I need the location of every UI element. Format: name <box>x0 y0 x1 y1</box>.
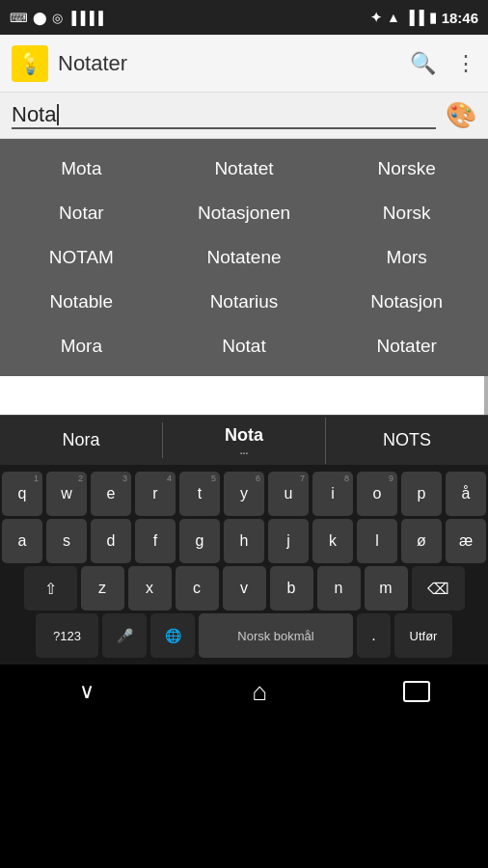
key-x[interactable]: x <box>128 566 172 610</box>
autocomplete-item[interactable]: Notasjonen <box>163 193 326 233</box>
key-a[interactable]: a <box>2 519 42 563</box>
key-n[interactable]: n <box>317 566 361 610</box>
autocomplete-item[interactable]: Norsk <box>325 193 488 233</box>
autocomplete-item[interactable]: Notar <box>0 193 163 233</box>
content-area <box>0 376 488 415</box>
autocomplete-item[interactable]: Notarius <box>163 282 326 322</box>
signal-bars-icon: ▐▐▐▐ <box>68 11 103 25</box>
autocomplete-item[interactable]: Mota <box>0 149 163 189</box>
mic-key[interactable]: 🎤 <box>102 613 147 658</box>
more-options-button[interactable]: ⋮ <box>455 51 476 76</box>
key-j[interactable]: j <box>268 519 309 563</box>
suggestion-item[interactable]: NOTS <box>326 422 488 458</box>
globe-key[interactable]: 🌐 <box>150 613 195 658</box>
key-æ[interactable]: æ <box>446 519 486 563</box>
autocomplete-item[interactable]: Mors <box>325 237 488 278</box>
key-c[interactable]: c <box>176 566 219 610</box>
keyboard-icon: ⌨ <box>10 11 28 25</box>
palette-icon[interactable]: 🎨 <box>446 100 476 130</box>
key-h[interactable]: h <box>224 519 264 563</box>
autocomplete-row-4: MoraNotatNotater <box>0 324 488 368</box>
key-row-2: asdfghjkløæ <box>2 519 486 563</box>
app-icon: 💡 <box>12 45 48 82</box>
suggestion-dots: ... <box>167 446 321 456</box>
search-bar: Nota 🎨 <box>0 93 488 139</box>
period-key[interactable]: . <box>357 613 391 658</box>
key-m[interactable]: m <box>365 566 408 610</box>
key-row-3: ⇧zxcvbnm⌫ <box>2 566 486 610</box>
recent-apps-button[interactable] <box>403 681 430 702</box>
autocomplete-dropdown: MotaNotatetNorskeNotarNotasjonenNorskNOT… <box>0 139 488 376</box>
search-text: Nota <box>12 102 56 127</box>
text-cursor <box>57 104 59 125</box>
suggestion-item[interactable]: Nota... <box>163 418 326 464</box>
key-i[interactable]: 8i <box>312 472 353 516</box>
autocomplete-item[interactable]: Notatet <box>163 149 326 189</box>
status-right-icons: ✦ ▲ ▐▐ ▮ 18:46 <box>370 10 478 26</box>
autocomplete-row-3: NotableNotariusNotasjon <box>0 280 488 324</box>
key-row-1: 1q2w3e4r5t6y7u8i9opå <box>2 472 486 516</box>
chrome-icon: ⬤ <box>33 11 47 25</box>
autocomplete-row-1: NotarNotasjonenNorsk <box>0 191 488 235</box>
signal-icon: ▐▐ <box>405 10 424 25</box>
suggestion-item[interactable]: Nora <box>0 422 163 458</box>
autocomplete-row-0: MotaNotatetNorske <box>0 147 488 191</box>
key-e[interactable]: 3e <box>91 472 131 516</box>
key-u[interactable]: 7u <box>268 472 309 516</box>
bluetooth-icon: ✦ <box>370 10 382 25</box>
key-y[interactable]: 6y <box>224 472 264 516</box>
key-row-4: ?123🎤🌐Norsk bokmål.Utfør <box>2 613 486 658</box>
key-w[interactable]: 2w <box>46 472 87 516</box>
space-key[interactable]: Norsk bokmål <box>199 613 353 658</box>
autocomplete-item[interactable]: Notable <box>0 282 163 322</box>
wifi-icon: ▲ <box>387 10 400 25</box>
suggestions-bar: NoraNota...NOTS <box>0 415 488 465</box>
key-k[interactable]: k <box>312 519 353 563</box>
shift-key[interactable]: ⇧ <box>24 566 77 610</box>
key-f[interactable]: f <box>135 519 176 563</box>
key-d[interactable]: d <box>91 519 131 563</box>
numbers-key[interactable]: ?123 <box>36 613 98 658</box>
time-display: 18:46 <box>442 10 478 26</box>
key-l[interactable]: l <box>357 519 397 563</box>
home-button[interactable]: ⌂ <box>230 672 288 711</box>
backspace-key[interactable]: ⌫ <box>412 566 465 610</box>
key-g[interactable]: g <box>179 519 220 563</box>
back-button[interactable]: ∨ <box>58 672 116 711</box>
autocomplete-row-2: NOTAMNotateneMors <box>0 235 488 280</box>
key-z[interactable]: z <box>81 566 124 610</box>
autocomplete-item[interactable]: NOTAM <box>0 237 163 278</box>
autocomplete-item[interactable]: Notatene <box>163 237 326 278</box>
key-o[interactable]: 9o <box>357 472 397 516</box>
nav-bar: ∨ ⌂ <box>0 665 488 719</box>
enter-key[interactable]: Utfør <box>394 613 452 658</box>
autocomplete-item[interactable]: Notasjon <box>325 282 488 322</box>
search-button[interactable]: 🔍 <box>410 51 436 76</box>
status-left-icons: ⌨ ⬤ ◎ ▐▐▐▐ <box>10 11 103 25</box>
status-bar: ⌨ ⬤ ◎ ▐▐▐▐ ✦ ▲ ▐▐ ▮ 18:46 <box>0 0 488 35</box>
app-bar: 💡 Notater 🔍 ⋮ <box>0 35 488 93</box>
autocomplete-item[interactable]: Notat <box>163 326 326 366</box>
key-s[interactable]: s <box>46 519 87 563</box>
battery-icon: ▮ <box>429 10 437 25</box>
key-q[interactable]: 1q <box>2 472 42 516</box>
autocomplete-item[interactable]: Norske <box>325 149 488 189</box>
autocomplete-item[interactable]: Notater <box>325 326 488 366</box>
autocomplete-item[interactable]: Mora <box>0 326 163 366</box>
app-title: Notater <box>58 51 391 76</box>
camera-icon: ◎ <box>52 11 63 25</box>
key-r[interactable]: 4r <box>135 472 176 516</box>
key-ø[interactable]: ø <box>401 519 442 563</box>
key-v[interactable]: v <box>223 566 266 610</box>
key-å[interactable]: å <box>446 472 486 516</box>
keyboard: 1q2w3e4r5t6y7u8i9opå asdfghjkløæ ⇧zxcvbn… <box>0 465 488 665</box>
key-b[interactable]: b <box>270 566 313 610</box>
key-p[interactable]: p <box>401 472 442 516</box>
search-input-wrapper: Nota <box>12 102 436 129</box>
key-t[interactable]: 5t <box>179 472 220 516</box>
